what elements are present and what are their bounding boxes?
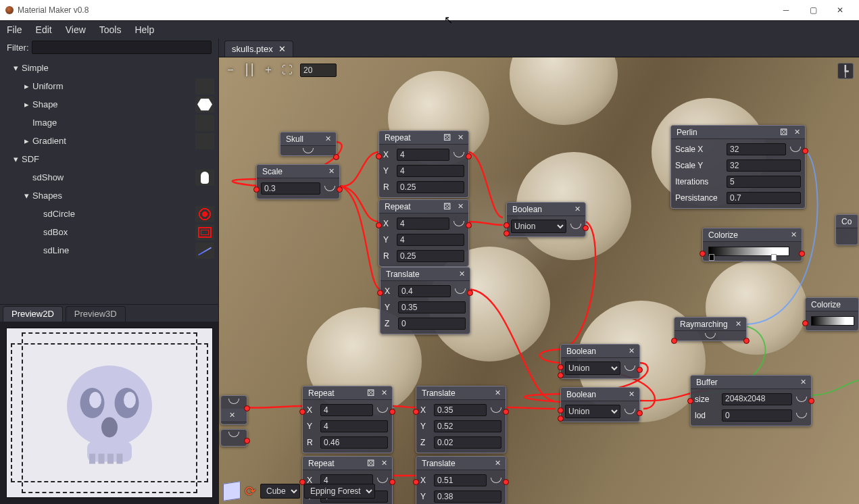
menu-edit[interactable]: Edit: [36, 24, 52, 35]
gradient-editor[interactable]: [811, 316, 854, 326]
zoom-in-icon[interactable]: ＋: [262, 63, 274, 77]
node-skull[interactable]: Skull: [280, 132, 337, 156]
menu-help[interactable]: Help: [134, 24, 154, 35]
library-item[interactable]: ▾ SDF: [7, 150, 214, 168]
node-close-icon[interactable]: [378, 388, 389, 399]
environment-select[interactable]: Epping Forest: [304, 484, 375, 499]
node-translate-1[interactable]: Translate X Y Z: [380, 267, 470, 334]
repeat3-r[interactable]: [320, 436, 388, 449]
node-close-icon[interactable]: [492, 388, 503, 399]
node-close-icon[interactable]: [378, 458, 389, 469]
boolean1-op[interactable]: Union: [511, 220, 566, 233]
snap-icon[interactable]: ⛶: [281, 64, 293, 76]
translate2-z[interactable]: [434, 436, 501, 449]
library-item[interactable]: ▸ Gradient: [7, 132, 214, 150]
node-translate-2[interactable]: Translate X Y Z: [416, 386, 506, 453]
preview-cube-icon[interactable]: [223, 481, 241, 501]
library-item[interactable]: sdLine: [7, 241, 214, 259]
node-offscreen-2[interactable]: [220, 429, 247, 447]
node-close-icon[interactable]: [797, 377, 808, 388]
node-buffer[interactable]: Buffer size2048x2048 lod: [690, 375, 812, 426]
node-close-icon[interactable]: [791, 127, 802, 138]
translate1-y[interactable]: [398, 301, 466, 313]
repeat3-x[interactable]: [320, 404, 373, 416]
translate2-x[interactable]: [434, 404, 487, 416]
node-offscreen-1[interactable]: [220, 395, 247, 425]
document-tab-close-icon[interactable]: ✕: [278, 44, 286, 54]
node-raymarching[interactable]: Raymarching: [674, 317, 747, 341]
zoom-value-input[interactable]: [300, 64, 337, 77]
library-item[interactable]: ▾ Shapes: [7, 186, 214, 205]
library-item[interactable]: sdCircle: [7, 205, 214, 223]
menu-file[interactable]: File: [7, 24, 22, 35]
library-item[interactable]: sdShow: [7, 168, 214, 186]
dice-icon[interactable]: [365, 458, 376, 469]
perlin-scalex[interactable]: [727, 143, 786, 155]
node-close-icon[interactable]: [226, 410, 237, 421]
boolean3-op[interactable]: Union: [565, 405, 620, 418]
close-window-button[interactable]: ✕: [827, 0, 854, 20]
rotate-icon[interactable]: ⟳: [245, 483, 256, 499]
translate2-y[interactable]: [434, 420, 501, 432]
library-item[interactable]: ▾ Simple: [7, 59, 214, 77]
gradient-editor[interactable]: [708, 247, 789, 256]
repeat1-r[interactable]: [397, 181, 464, 193]
node-close-icon[interactable]: [322, 134, 333, 145]
repeat2-y[interactable]: [397, 234, 464, 246]
node-repeat-2[interactable]: Repeat X Y R: [378, 199, 469, 267]
menu-view[interactable]: View: [66, 24, 86, 35]
node-close-icon[interactable]: [626, 346, 637, 357]
node-boolean-2[interactable]: Boolean Union: [560, 344, 640, 379]
tab-preview2d[interactable]: Preview2D: [3, 306, 63, 322]
maximize-button[interactable]: ▢: [800, 0, 827, 20]
node-close-icon[interactable]: [456, 269, 467, 280]
node-close-icon[interactable]: [626, 389, 637, 400]
repeat3-y[interactable]: [320, 420, 388, 432]
library-item[interactable]: sdBox: [7, 223, 214, 241]
node-close-icon[interactable]: [326, 166, 337, 177]
repeat1-y[interactable]: [397, 165, 464, 177]
node-close-icon[interactable]: [733, 319, 743, 330]
perlin-scaley[interactable]: [727, 159, 801, 172]
library-item[interactable]: ▸ Shape: [7, 95, 214, 114]
repeat2-r[interactable]: [397, 250, 464, 262]
node-collapse-icon[interactable]: [303, 148, 314, 153]
document-tab[interactable]: skulls.ptex ✕: [224, 41, 293, 57]
menu-tools[interactable]: Tools: [99, 24, 122, 35]
repeat1-x[interactable]: [397, 149, 449, 161]
node-perlin[interactable]: Perlin Scale X Scale Y Iterations Persis…: [670, 125, 806, 209]
node-boolean-1[interactable]: Boolean Union: [506, 202, 586, 237]
filter-input[interactable]: [32, 41, 212, 54]
node-boolean-3[interactable]: Boolean Union: [560, 387, 640, 422]
scale-value-input[interactable]: [261, 182, 320, 195]
preview-2d-view[interactable]: [6, 328, 213, 498]
buffer-lod[interactable]: [722, 409, 792, 422]
boolean2-op[interactable]: Union: [565, 361, 620, 375]
translate1-x[interactable]: [398, 285, 451, 297]
node-close-icon[interactable]: [455, 201, 466, 212]
node-colorize-1[interactable]: Colorize: [702, 228, 802, 261]
node-close-icon[interactable]: [492, 458, 503, 469]
node-close-icon[interactable]: [788, 230, 799, 241]
dice-icon[interactable]: [365, 388, 376, 399]
preview-shape-select[interactable]: Cube: [260, 484, 300, 499]
minimize-button[interactable]: ─: [772, 0, 800, 20]
library-item[interactable]: Image: [7, 114, 214, 132]
node-scale[interactable]: Scale: [256, 164, 340, 199]
dice-icon[interactable]: [778, 127, 789, 138]
toolbar-icon-1[interactable]: ⎮⎮: [243, 64, 255, 76]
zoom-out-icon[interactable]: −: [224, 64, 237, 76]
hierarchy-icon[interactable]: ┡: [837, 63, 854, 79]
translate1-z[interactable]: [398, 318, 466, 330]
dice-icon[interactable]: [441, 132, 452, 143]
node-repeat-1[interactable]: Repeat X Y R: [378, 130, 469, 198]
node-close-icon[interactable]: [455, 132, 466, 143]
dice-icon[interactable]: [441, 201, 452, 212]
library-item[interactable]: ▸ Uniform: [7, 77, 214, 95]
perlin-pers[interactable]: [727, 192, 801, 204]
buffer-size[interactable]: 2048x2048: [722, 393, 792, 405]
perlin-iter[interactable]: [727, 176, 801, 188]
node-graph[interactable]: − ⎮⎮ ＋ ⛶ ┡: [219, 57, 859, 504]
node-colorize-partial[interactable]: Co: [835, 214, 858, 245]
node-repeat-3[interactable]: Repeat X Y R: [302, 386, 393, 453]
